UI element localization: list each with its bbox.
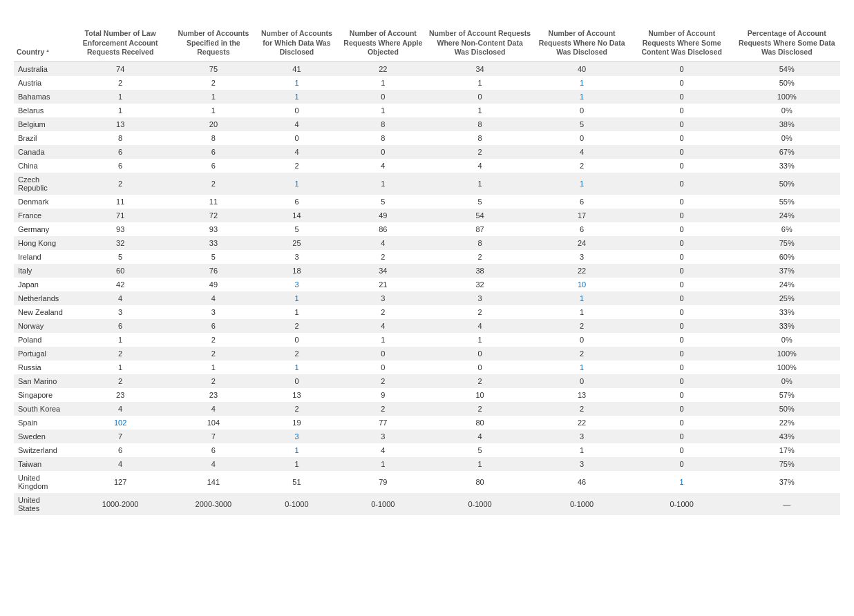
table-row: Belarus11011000% <box>14 104 840 117</box>
cell-r8-c8: 50% <box>734 173 840 195</box>
cell-r6-c3: 4 <box>254 145 340 159</box>
cell-r6-c2: 6 <box>173 145 254 159</box>
cell-r15-c4: 21 <box>340 278 426 291</box>
cell-r18-c8: 33% <box>734 319 840 333</box>
cell-r12-c7: 0 <box>630 236 734 250</box>
cell-r11-c2: 93 <box>173 222 254 236</box>
cell-r18-c2: 6 <box>173 319 254 333</box>
cell-r0-c7: 0 <box>630 61 734 76</box>
cell-r16-c8: 25% <box>734 291 840 305</box>
cell-r20-c4: 0 <box>340 347 426 360</box>
cell-r22-c0: San Marino <box>14 374 67 388</box>
cell-r18-c3: 2 <box>254 319 340 333</box>
table-row: Netherlands441331025% <box>14 291 840 305</box>
cell-r24-c8: 50% <box>734 402 840 416</box>
cell-r23-c7: 0 <box>630 388 734 402</box>
cell-r9-c2: 11 <box>173 195 254 209</box>
cell-r5-c1: 8 <box>67 131 173 145</box>
cell-r1-c5: 1 <box>426 76 534 90</box>
cell-r19-c1: 1 <box>67 333 173 347</box>
cell-r25-c5: 80 <box>426 416 534 430</box>
cell-r23-c3: 13 <box>254 388 340 402</box>
cell-r16-c0: Netherlands <box>14 291 67 305</box>
cell-r11-c6: 6 <box>533 222 629 236</box>
cell-r28-c1: 4 <box>67 457 173 471</box>
table-row: Brazil88088000% <box>14 131 840 145</box>
table-row: Germany939358687606% <box>14 222 840 236</box>
cell-r9-c3: 6 <box>254 195 340 209</box>
table-row: Switzerland661451017% <box>14 443 840 457</box>
cell-r24-c5: 2 <box>426 402 534 416</box>
cell-r1-c6: 1 <box>533 76 629 90</box>
cell-r19-c0: Poland <box>14 333 67 347</box>
cell-r9-c6: 6 <box>533 195 629 209</box>
cell-r3-c2: 1 <box>173 104 254 117</box>
cell-r17-c6: 1 <box>533 305 629 319</box>
cell-r9-c7: 0 <box>630 195 734 209</box>
cell-r6-c4: 0 <box>340 145 426 159</box>
cell-r28-c5: 1 <box>426 457 534 471</box>
column-header-6: Number of Account Requests Where No Data… <box>533 25 629 61</box>
cell-r24-c0: South Korea <box>14 402 67 416</box>
cell-r10-c7: 0 <box>630 209 734 222</box>
table-row: Sweden773343043% <box>14 430 840 443</box>
cell-r12-c2: 33 <box>173 236 254 250</box>
cell-r18-c6: 2 <box>533 319 629 333</box>
cell-r9-c0: Denmark <box>14 195 67 209</box>
table-row: Ireland553223060% <box>14 250 840 264</box>
cell-r27-c4: 4 <box>340 443 426 457</box>
cell-r19-c7: 0 <box>630 333 734 347</box>
cell-r9-c8: 55% <box>734 195 840 209</box>
column-header-5: Number of Account Requests Where Non-Con… <box>426 25 534 61</box>
cell-r3-c4: 1 <box>340 104 426 117</box>
table-row: Hong Kong3233254824075% <box>14 236 840 250</box>
cell-r2-c2: 1 <box>173 90 254 104</box>
cell-r26-c5: 4 <box>426 430 534 443</box>
cell-r22-c2: 2 <box>173 374 254 388</box>
cell-r10-c5: 54 <box>426 209 534 222</box>
cell-r30-c6: 0-1000 <box>533 493 629 515</box>
cell-r28-c3: 1 <box>254 457 340 471</box>
cell-r14-c4: 34 <box>340 264 426 278</box>
cell-r4-c7: 0 <box>630 117 734 131</box>
cell-r17-c3: 1 <box>254 305 340 319</box>
cell-r13-c5: 2 <box>426 250 534 264</box>
cell-r26-c0: Sweden <box>14 430 67 443</box>
cell-r14-c8: 37% <box>734 264 840 278</box>
cell-r21-c8: 100% <box>734 360 840 374</box>
cell-r2-c8: 100% <box>734 90 840 104</box>
cell-r0-c8: 54% <box>734 61 840 76</box>
cell-r29-c6: 46 <box>533 471 629 493</box>
cell-r30-c8: — <box>734 493 840 515</box>
cell-r5-c7: 0 <box>630 131 734 145</box>
cell-r2-c6: 1 <box>533 90 629 104</box>
cell-r19-c5: 1 <box>426 333 534 347</box>
cell-r29-c7: 1 <box>630 471 734 493</box>
cell-r8-c2: 2 <box>173 173 254 195</box>
cell-r27-c7: 0 <box>630 443 734 457</box>
cell-r8-c4: 1 <box>340 173 426 195</box>
cell-r13-c4: 2 <box>340 250 426 264</box>
cell-r12-c8: 75% <box>734 236 840 250</box>
cell-r10-c6: 17 <box>533 209 629 222</box>
cell-r0-c5: 34 <box>426 61 534 76</box>
cell-r16-c6: 1 <box>533 291 629 305</box>
table-row: United Kingdom12714151798046137% <box>14 471 840 493</box>
cell-r26-c3: 3 <box>254 430 340 443</box>
cell-r10-c0: France <box>14 209 67 222</box>
cell-r7-c6: 2 <box>533 159 629 173</box>
cell-r22-c8: 0% <box>734 374 840 388</box>
cell-r22-c5: 2 <box>426 374 534 388</box>
cell-r3-c8: 0% <box>734 104 840 117</box>
cell-r25-c6: 22 <box>533 416 629 430</box>
cell-r4-c0: Belgium <box>14 117 67 131</box>
cell-r2-c0: Bahamas <box>14 90 67 104</box>
cell-r11-c0: Germany <box>14 222 67 236</box>
cell-r3-c5: 1 <box>426 104 534 117</box>
table-row: Denmark11116556055% <box>14 195 840 209</box>
table-row: Taiwan441113075% <box>14 457 840 471</box>
cell-r29-c4: 79 <box>340 471 426 493</box>
cell-r21-c4: 0 <box>340 360 426 374</box>
cell-r24-c6: 2 <box>533 402 629 416</box>
cell-r4-c5: 8 <box>426 117 534 131</box>
